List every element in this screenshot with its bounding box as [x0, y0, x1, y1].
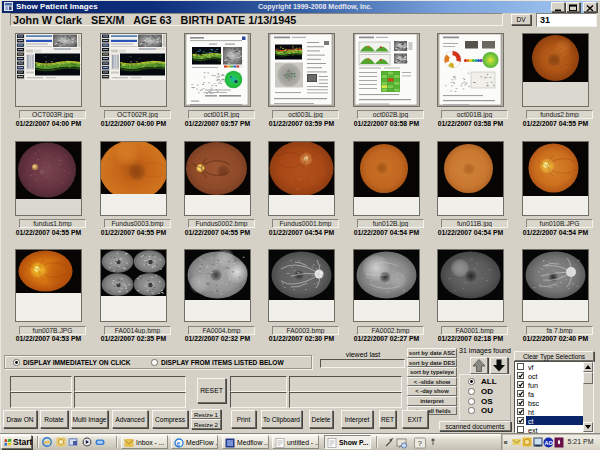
svg-text:AOL: AOL — [544, 440, 554, 446]
svg-text:e: e — [177, 440, 181, 447]
svg-text:?: ? — [418, 439, 423, 448]
